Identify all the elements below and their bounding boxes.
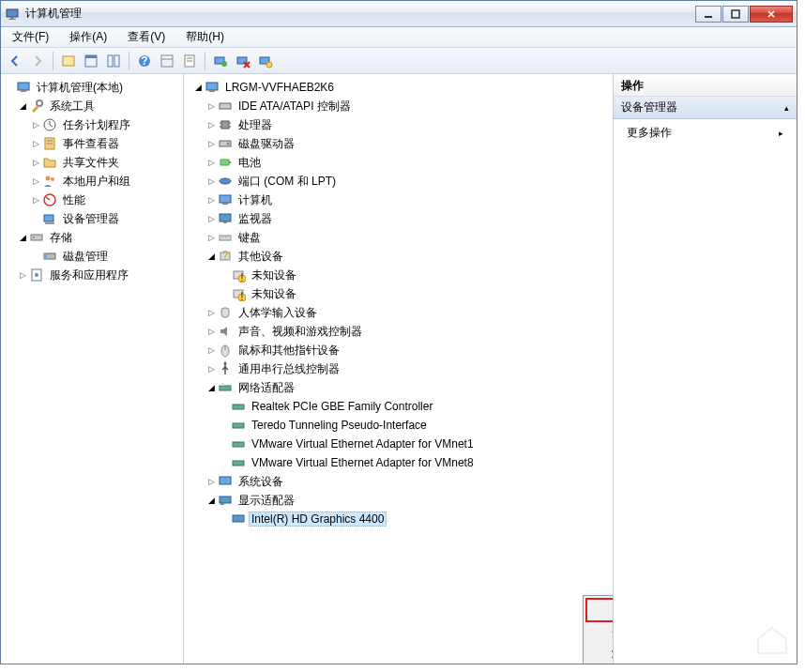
- maximize-button[interactable]: [722, 6, 749, 23]
- svg-rect-33: [45, 222, 54, 224]
- expand-icon[interactable]: ▷: [29, 120, 42, 130]
- tree-item[interactable]: ▷共享文件夹: [3, 153, 181, 172]
- expand-icon[interactable]: ▷: [29, 158, 42, 167]
- tree-item[interactable]: ▷性能: [3, 191, 181, 209]
- expand-icon[interactable]: ▷: [205, 101, 218, 111]
- tree-item[interactable]: Teredo Tunneling Pseudo-Interface: [186, 416, 611, 435]
- performance-icon: [42, 192, 57, 207]
- tree-item[interactable]: 磁盘管理: [3, 247, 181, 266]
- tree-other-devices[interactable]: ◢?其他设备: [186, 247, 611, 266]
- expand-icon[interactable]: ▷: [205, 176, 218, 186]
- collapse-icon[interactable]: ◢: [205, 383, 218, 392]
- tree-item[interactable]: VMware Virtual Ethernet Adapter for VMne…: [186, 453, 611, 472]
- tree-item[interactable]: !未知设备: [186, 284, 611, 303]
- left-panel[interactable]: 计算机管理(本地) ◢ 系统工具 ▷任务计划程序 ▷事件查看器 ▷共享文件夹 ▷…: [1, 74, 184, 664]
- ctx-uninstall[interactable]: 卸载(U): [585, 643, 614, 664]
- collapse-icon[interactable]: ◢: [205, 496, 218, 505]
- tree-network-adapters[interactable]: ◢网络适配器: [186, 378, 611, 397]
- tool-btn-3[interactable]: [103, 51, 124, 71]
- tree-category[interactable]: ▷端口 (COM 和 LPT): [186, 172, 611, 191]
- tree-category[interactable]: ▷通用串行总线控制器: [186, 359, 611, 378]
- forward-button[interactable]: [27, 51, 48, 71]
- expand-icon[interactable]: ▷: [205, 345, 218, 355]
- tool-btn-6[interactable]: [210, 51, 231, 71]
- tree-category[interactable]: ▷系统设备: [186, 472, 611, 491]
- ctx-update-driver[interactable]: 更新驱动程序软件(P)...: [587, 600, 614, 620]
- tree-display-adapters[interactable]: ◢显示适配器: [186, 491, 611, 510]
- expand-icon[interactable]: ▷: [205, 214, 218, 223]
- expand-icon[interactable]: ▷: [205, 233, 218, 242]
- tree-item[interactable]: Realtek PCIe GBE Family Controller: [186, 397, 611, 416]
- tool-btn-8[interactable]: [255, 51, 276, 71]
- nic-icon: [231, 399, 246, 414]
- svg-text:?: ?: [141, 54, 147, 68]
- tree-root-local[interactable]: 计算机管理(本地): [3, 78, 181, 97]
- tree-category[interactable]: ▷电池: [186, 153, 611, 172]
- expand-icon[interactable]: ▷: [205, 477, 218, 486]
- expand-icon[interactable]: ▷: [29, 195, 42, 205]
- tool-btn-5[interactable]: [179, 51, 200, 71]
- collapse-icon[interactable]: ◢: [16, 101, 29, 111]
- tree-system-tools[interactable]: ◢ 系统工具: [3, 97, 181, 115]
- tree-item[interactable]: !未知设备: [186, 266, 611, 284]
- tree-category[interactable]: ▷声音、视频和游戏控制器: [186, 322, 611, 341]
- tool-btn-2[interactable]: [81, 51, 101, 71]
- device-tree-panel[interactable]: ◢LRGM-VVFHAEB2K6 ▷IDE ATA/ATAPI 控制器 ▷处理器…: [184, 74, 614, 664]
- tree-category[interactable]: ▷鼠标和其他指针设备: [186, 341, 611, 359]
- menu-view[interactable]: 查看(V): [122, 27, 171, 47]
- expand-icon[interactable]: ▷: [205, 195, 218, 205]
- tool-btn-4[interactable]: [157, 51, 177, 71]
- tree-storage[interactable]: ◢存储: [3, 228, 181, 247]
- expand-icon[interactable]: ▷: [205, 120, 218, 130]
- tree-services[interactable]: ▷服务和应用程序: [3, 266, 181, 284]
- collapse-icon[interactable]: ◢: [205, 252, 218, 261]
- minimize-button[interactable]: [695, 6, 721, 23]
- tree-item-selected[interactable]: Intel(R) HD Graphics 4400: [186, 510, 611, 528]
- menu-action[interactable]: 操作(A): [64, 27, 113, 47]
- svg-text:!: !: [240, 271, 243, 283]
- tool-btn-7[interactable]: [233, 51, 253, 71]
- menu-help[interactable]: 帮助(H): [180, 27, 230, 47]
- tree-label: 计算机: [235, 191, 275, 209]
- expand-icon[interactable]: ▷: [205, 139, 218, 148]
- tree-category[interactable]: ▷IDE ATA/ATAPI 控制器: [186, 97, 611, 115]
- expand-icon[interactable]: ▷: [16, 270, 29, 280]
- tree-item[interactable]: VMware Virtual Ethernet Adapter for VMne…: [186, 435, 611, 453]
- tree-category[interactable]: ▷计算机: [186, 191, 611, 209]
- tree-category[interactable]: ▷监视器: [186, 209, 611, 228]
- expand-icon[interactable]: ▷: [29, 139, 42, 148]
- actions-section[interactable]: 设备管理器 ▴: [614, 97, 797, 119]
- tree-label: Teredo Tunneling Pseudo-Interface: [249, 418, 430, 433]
- expand-icon[interactable]: ▷: [205, 158, 218, 167]
- svg-point-70: [224, 362, 227, 365]
- tool-btn-1[interactable]: [58, 51, 79, 71]
- svg-rect-7: [85, 55, 97, 58]
- tree-label: VMware Virtual Ethernet Adapter for VMne…: [249, 436, 477, 451]
- expand-icon[interactable]: ▷: [205, 327, 218, 336]
- tree-item[interactable]: ▷任务计划程序: [3, 115, 181, 134]
- tree-category[interactable]: ▷人体学输入设备: [186, 303, 611, 322]
- ctx-label: 禁用(D): [612, 625, 614, 641]
- back-button[interactable]: [5, 51, 25, 71]
- tree-item[interactable]: 设备管理器: [3, 209, 181, 228]
- collapse-icon[interactable]: ◢: [16, 233, 29, 242]
- expand-icon[interactable]: ▷: [205, 364, 218, 374]
- tree-label-selected: Intel(R) HD Graphics 4400: [249, 512, 387, 527]
- collapse-icon[interactable]: ◢: [191, 83, 205, 92]
- tree-root-computer[interactable]: ◢LRGM-VVFHAEB2K6: [186, 78, 611, 97]
- svg-text:?: ?: [222, 249, 229, 262]
- menu-file[interactable]: 文件(F): [7, 27, 54, 47]
- title-bar[interactable]: 计算机管理: [1, 1, 797, 27]
- tree-category[interactable]: ▷键盘: [186, 228, 611, 247]
- expand-icon[interactable]: ▷: [205, 308, 218, 317]
- tree-category[interactable]: ▷处理器: [186, 115, 611, 134]
- actions-more[interactable]: 更多操作 ▸: [614, 119, 797, 146]
- expand-icon[interactable]: ▷: [29, 176, 42, 186]
- close-button[interactable]: [750, 6, 793, 23]
- tree-category[interactable]: ▷磁盘驱动器: [186, 134, 611, 153]
- tree-item[interactable]: ▷本地用户和组: [3, 172, 181, 191]
- help-button[interactable]: ?: [134, 51, 155, 71]
- ctx-disable[interactable]: 禁用(D): [585, 622, 614, 643]
- tree-item[interactable]: ▷事件查看器: [3, 134, 181, 153]
- svg-rect-77: [220, 477, 231, 484]
